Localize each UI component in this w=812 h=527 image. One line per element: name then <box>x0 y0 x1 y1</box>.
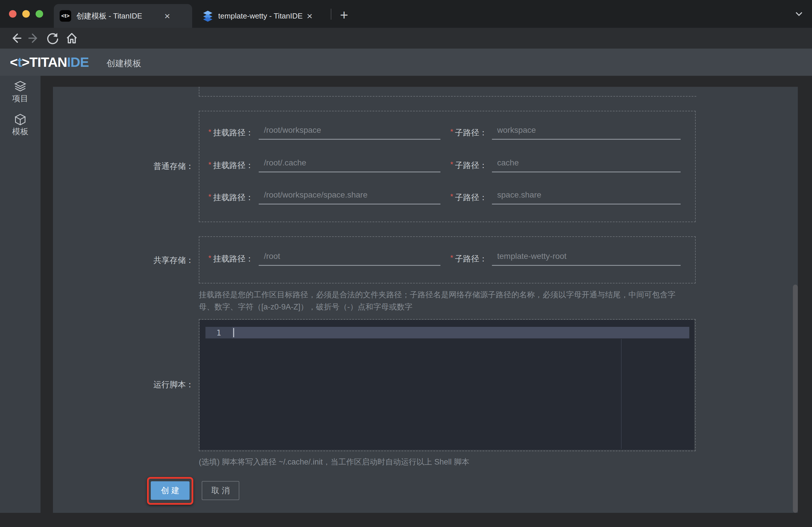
line-number: 1 <box>216 328 221 337</box>
sidebar-item-label: 项目 <box>0 93 41 104</box>
close-tab-icon[interactable]: × <box>307 11 313 21</box>
mount-path-label: 挂载路径： <box>213 161 253 170</box>
mount-path-input[interactable] <box>259 252 440 266</box>
required-marker: * <box>450 127 453 136</box>
page-body: 项目 模板 普通存储： *挂载路径： *子路径： *挂载路径： <box>0 76 812 527</box>
storage-row: *挂载路径： *子路径： <box>208 160 253 171</box>
storage-row: *挂载路径： *子路径： <box>208 127 253 138</box>
traffic-minimize-button[interactable] <box>22 10 30 18</box>
editor-current-line <box>205 327 689 338</box>
new-tab-button[interactable]: + <box>336 6 352 23</box>
home-icon[interactable] <box>64 31 79 46</box>
mount-path-label: 挂载路径： <box>213 254 253 263</box>
required-marker: * <box>450 192 453 201</box>
sidebar-item-label: 模板 <box>0 126 41 137</box>
screen: <t> 创建模板 - TitanIDE × template-wetty - T… <box>0 0 812 527</box>
sub-path-label: 子路径： <box>455 192 487 203</box>
sidebar-item-projects[interactable]: 项目 <box>0 80 41 104</box>
normal-storage-label: 普通存储： <box>113 161 194 172</box>
forward-icon[interactable] <box>27 31 42 46</box>
shared-storage-label: 共享存储： <box>113 255 194 266</box>
create-button-annotation: 创 建 <box>147 477 193 505</box>
script-editor[interactable]: 1 <box>200 320 694 450</box>
storage-row: *挂载路径： *子路径： <box>208 253 253 264</box>
cancel-button[interactable]: 取 消 <box>202 481 239 500</box>
editor-caret <box>233 328 234 337</box>
required-marker: * <box>208 192 211 201</box>
sub-path-input[interactable] <box>492 252 681 266</box>
template-favicon <box>202 10 214 22</box>
mount-path-input[interactable] <box>259 158 440 172</box>
path-help-line1: 挂载路径是您的工作区目标路径，必须是合法的文件夹路径；子路径名是网络存储源子路径… <box>199 289 676 301</box>
path-help-line2: 母、数字、字符（[a-z0-9A-Z]），破折号（-）点和字母或数字 <box>199 301 412 313</box>
layers-icon <box>14 80 27 93</box>
traffic-zoom-button[interactable] <box>35 10 43 18</box>
mount-path-input[interactable] <box>259 190 440 205</box>
sidebar: 项目 模板 <box>0 76 41 513</box>
mount-path-input[interactable] <box>259 126 440 140</box>
tab-title: 创建模板 - TitanIDE <box>76 11 163 21</box>
sub-path-label: 子路径： <box>455 253 487 264</box>
editor-gutter: 1 <box>205 327 232 338</box>
scrollbar-thumb[interactable] <box>793 284 798 513</box>
required-marker: * <box>208 160 211 169</box>
cube-icon <box>14 113 27 126</box>
sub-path-input[interactable] <box>492 158 681 172</box>
create-button[interactable]: 创 建 <box>151 481 190 500</box>
required-marker: * <box>450 160 453 169</box>
sub-path-label: 子路径： <box>455 160 487 171</box>
close-tab-icon[interactable]: × <box>164 11 170 21</box>
traffic-close-button[interactable] <box>9 10 16 18</box>
sub-path-input[interactable] <box>492 190 681 205</box>
storage-row: *挂载路径： *子路径： <box>208 192 253 203</box>
script-help-text: (选填) 脚本将写入路径 ~/.cache/.init，当工作区启动时自动运行以… <box>199 456 469 468</box>
required-marker: * <box>208 128 211 136</box>
titanide-favicon: <t> <box>60 10 71 22</box>
back-icon[interactable] <box>8 31 23 46</box>
app-header: <t>TITANIDE 创建模板 demo ? 演 <box>0 48 812 76</box>
editor-ruler <box>621 339 622 449</box>
reload-icon[interactable] <box>45 31 60 46</box>
required-marker: * <box>208 254 211 262</box>
sub-path-label: 子路径： <box>455 127 487 138</box>
tab-create-template[interactable]: <t> 创建模板 - TitanIDE × <box>54 4 192 28</box>
page-title: 创建模板 <box>106 58 141 70</box>
browser-toolbar: try.titanide.cn/ide/web/workspace/templa… <box>0 28 812 48</box>
sidebar-item-templates[interactable]: 模板 <box>0 113 41 137</box>
tab-title: template-wetty - TitanIDE <box>218 12 307 20</box>
sub-path-input[interactable] <box>492 126 681 140</box>
required-marker: * <box>450 253 453 262</box>
tab-separator <box>331 9 331 20</box>
tab-template-wetty[interactable]: template-wetty - TitanIDE × <box>197 4 327 28</box>
browser-tab-strip: <t> 创建模板 - TitanIDE × template-wetty - T… <box>0 0 812 28</box>
mount-path-label: 挂载路径： <box>213 128 253 137</box>
tab-search-chevron-icon[interactable] <box>795 11 803 17</box>
titanide-logo: <t>TITANIDE <box>10 54 89 70</box>
scrolled-group-remnant <box>199 87 696 97</box>
run-script-label: 运行脚本： <box>113 379 194 390</box>
mount-path-label: 挂载路径： <box>213 193 253 202</box>
